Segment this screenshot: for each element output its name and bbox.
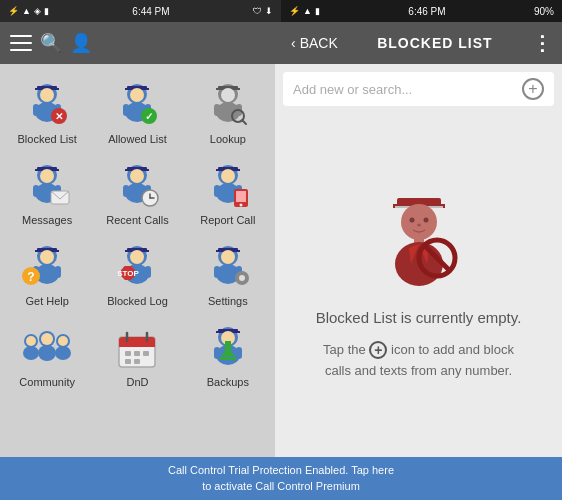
svg-rect-93 (119, 343, 155, 347)
allowed-list-label: Allowed List (108, 133, 167, 145)
person-button[interactable]: 👤 (70, 32, 92, 54)
svg-rect-32 (33, 185, 39, 197)
left-time: 6:44 PM (132, 6, 169, 17)
menu-item-report-call[interactable]: Report Call (186, 155, 270, 230)
nav-bar-container: 🔍 👤 ‹ BACK BLOCKED LIST ⋮ (0, 22, 562, 64)
menu-item-dnd[interactable]: DnD (95, 317, 179, 392)
empty-desc1: Tap the (323, 342, 366, 357)
settings-label: Settings (208, 295, 248, 307)
right-percent: 90% (534, 6, 554, 17)
recent-calls-label: Recent Calls (106, 214, 168, 226)
settings-icon (202, 240, 254, 292)
svg-rect-109 (225, 341, 231, 353)
svg-point-90 (55, 346, 71, 360)
svg-point-48 (221, 169, 235, 183)
svg-rect-106 (214, 347, 220, 359)
banner-line2: to activate Call Control Premium (202, 480, 360, 492)
status-bar-left: ⚡ ▲ ◈ ▮ 6:44 PM 🛡 ⬇ (0, 0, 281, 22)
search-bar[interactable]: Add new or search... + (283, 72, 554, 106)
nav-bar-left: 🔍 👤 (0, 22, 281, 64)
report-call-icon (202, 159, 254, 211)
back-button[interactable]: ‹ BACK (291, 35, 338, 51)
svg-point-54 (239, 204, 242, 207)
menu-item-messages[interactable]: Messages (5, 155, 89, 230)
right-panel: Add new or search... + (275, 64, 562, 457)
svg-rect-78 (214, 266, 220, 278)
get-help-icon: ? (21, 240, 73, 292)
svg-point-38 (130, 169, 144, 183)
empty-desc: Tap the + icon to add and block calls an… (323, 340, 514, 382)
menu-item-community[interactable]: Community (5, 317, 89, 392)
wifi-icon: ◈ (34, 6, 41, 16)
allowed-list-icon: ✓ (111, 78, 163, 130)
left-panel-grid: ✕ Blocked List ✓ Allowed L (0, 64, 275, 457)
empty-state: Blocked List is currently empty. Tap the… (275, 114, 562, 457)
report-call-label: Report Call (200, 214, 255, 226)
svg-point-30 (40, 169, 54, 183)
community-icon (21, 321, 73, 373)
svg-point-83 (26, 336, 36, 346)
shield-icon: 🛡 (253, 6, 262, 16)
banner-line1: Call Control Trial Protection Enabled. T… (168, 464, 394, 476)
left-status-icons: ⚡ ▲ ◈ ▮ (8, 6, 49, 16)
blocked-log-label: Blocked Log (107, 295, 168, 307)
add-button[interactable]: + (522, 78, 544, 100)
search-button[interactable]: 🔍 (40, 32, 62, 54)
more-button[interactable]: ⋮ (532, 31, 552, 55)
sig-icon: ▲ (303, 6, 312, 16)
bat-icon: ▮ (315, 6, 320, 16)
blocked-log-icon: STOP (111, 240, 163, 292)
get-help-label: Get Help (25, 295, 68, 307)
svg-point-12 (130, 88, 144, 102)
menu-item-allowed-list[interactable]: ✓ Allowed List (95, 74, 179, 149)
svg-rect-97 (134, 351, 140, 356)
lookup-icon (202, 78, 254, 130)
right-status-icons: ⚡ ▲ ▮ (289, 6, 320, 16)
menu-item-lookup[interactable]: Lookup (186, 74, 270, 149)
svg-rect-98 (143, 351, 149, 356)
svg-point-86 (41, 333, 53, 345)
svg-point-81 (239, 275, 245, 281)
svg-rect-40 (123, 185, 129, 197)
menu-item-get-help[interactable]: ? Get Help (5, 236, 89, 311)
empty-state-officer-icon (369, 190, 469, 290)
svg-rect-23 (214, 104, 220, 116)
community-label: Community (19, 376, 75, 388)
back-chevron-icon: ‹ (291, 35, 296, 51)
plus-icon: + (369, 341, 387, 359)
blocked-list-label: Blocked List (18, 133, 77, 145)
svg-rect-100 (134, 359, 140, 364)
search-placeholder: Add new or search... (293, 82, 514, 97)
svg-rect-53 (236, 191, 246, 202)
empty-title: Blocked List is currently empty. (316, 306, 522, 330)
battery-icon: ▮ (44, 6, 49, 16)
status-bar-container: ⚡ ▲ ◈ ▮ 6:44 PM 🛡 ⬇ ⚡ ▲ ▮ 6:46 PM 90% (0, 0, 562, 22)
menu-item-recent-calls[interactable]: Recent Calls (95, 155, 179, 230)
svg-point-67 (130, 250, 144, 264)
menu-item-blocked-log[interactable]: STOP Blocked Log (95, 236, 179, 311)
svg-text:✕: ✕ (55, 111, 63, 122)
bottom-banner[interactable]: Call Control Trial Protection Enabled. T… (0, 457, 562, 500)
lookup-label: Lookup (210, 133, 246, 145)
svg-point-89 (58, 336, 68, 346)
recent-calls-icon (111, 159, 163, 211)
messages-label: Messages (22, 214, 72, 226)
svg-point-87 (38, 345, 56, 361)
right-time: 6:46 PM (408, 6, 445, 17)
svg-text:STOP: STOP (118, 269, 140, 278)
menu-item-settings[interactable]: Settings (186, 236, 270, 311)
svg-point-84 (23, 346, 39, 360)
hamburger-button[interactable] (10, 35, 32, 51)
menu-item-blocked-list[interactable]: ✕ Blocked List (5, 74, 89, 149)
empty-desc3: calls and texts from any number. (325, 363, 512, 378)
status-bar-right: ⚡ ▲ ▮ 6:46 PM 90% (281, 0, 562, 22)
bluetooth-icon: ⚡ (8, 6, 19, 16)
menu-item-backups[interactable]: Backups (186, 317, 270, 392)
svg-rect-50 (214, 185, 220, 197)
svg-rect-61 (55, 266, 61, 278)
main-content: ✕ Blocked List ✓ Allowed L (0, 64, 562, 457)
svg-rect-99 (125, 359, 131, 364)
svg-line-26 (242, 120, 246, 124)
svg-text:✓: ✓ (145, 111, 153, 122)
svg-point-76 (221, 250, 235, 264)
